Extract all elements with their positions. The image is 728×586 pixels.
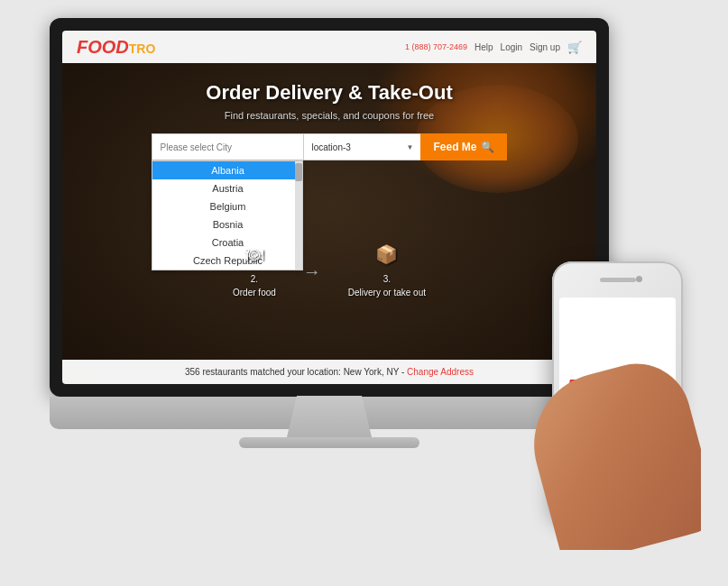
step-order: 🍽 2. Order food: [233, 238, 276, 298]
imac-base: [239, 437, 419, 448]
step-delivery-number: 3.: [383, 274, 391, 284]
phone-camera-icon: [636, 276, 642, 282]
location-select-wrapper: location-3 ▼: [303, 133, 420, 160]
nav-right: 1 (888) 707-2469 Help Login Sign up 🛒: [405, 41, 582, 54]
hand: [521, 325, 701, 550]
nav-login[interactable]: Login: [501, 42, 522, 52]
hero-title: Order Delivery & Take-Out: [77, 81, 582, 105]
step-delivery-label: Delivery or take out: [348, 288, 426, 298]
brand-logo: FOOD TRO: [77, 38, 155, 56]
dropdown-item-austria[interactable]: Austria: [152, 179, 302, 197]
logo-tro: TRO: [129, 42, 156, 55]
nav-help[interactable]: Help: [475, 42, 493, 52]
step-delivery-icon: 📦: [371, 238, 403, 270]
notification-text: 356 restaurants matched your location: N…: [185, 367, 407, 377]
step-order-icon: 🍽: [238, 238, 271, 270]
hero-section: Order Delivery & Take-Out Find restauran…: [62, 63, 596, 175]
dropdown-item-belgium[interactable]: Belgium: [152, 197, 302, 215]
city-dropdown-wrapper: Albania Austria Belgium Bosnia Croatia C…: [152, 133, 303, 160]
dropdown-item-bosnia[interactable]: Bosnia: [152, 215, 302, 233]
location-select[interactable]: location-3: [303, 133, 420, 160]
phone-speaker: [600, 278, 636, 282]
scene: FOOD TRO 1 (888) 707-2469 Help Login Sig…: [0, 0, 728, 586]
change-address-link[interactable]: Change Address: [407, 367, 474, 377]
logo-food: FOOD: [77, 38, 129, 56]
city-input[interactable]: [152, 133, 303, 160]
hand-shape: [521, 352, 701, 550]
nav-signup[interactable]: Sign up: [530, 42, 560, 52]
step-delivery: 📦 3. Delivery or take out: [348, 238, 426, 298]
search-container: Albania Austria Belgium Bosnia Croatia C…: [77, 133, 582, 160]
step-order-label: Order food: [233, 288, 276, 298]
step-order-number: 2.: [251, 274, 258, 284]
nav-phone: 1 (888) 707-2469: [405, 42, 467, 51]
notification-bar: 356 restaurants matched your location: N…: [62, 360, 596, 384]
step-arrow-1: →: [303, 238, 321, 298]
cart-icon[interactable]: 🛒: [567, 41, 582, 54]
feed-me-button[interactable]: Feed Me 🔍: [420, 133, 506, 160]
search-icon: 🔍: [481, 141, 494, 153]
scrollbar-thumb: [295, 163, 302, 181]
feed-me-label: Feed Me: [433, 141, 476, 153]
navbar: FOOD TRO 1 (888) 707-2469 Help Login Sig…: [62, 31, 596, 63]
steps-row: 🍽 2. Order food → 📦 3. Delivery or take …: [62, 238, 596, 298]
imac-screen: FOOD TRO 1 (888) 707-2469 Help Login Sig…: [62, 31, 596, 384]
hero-subtitle: Find restaurants, specials, and coupons …: [77, 110, 582, 121]
phone: FOOD TRO: [534, 261, 701, 550]
dropdown-item-albania[interactable]: Albania: [152, 161, 302, 179]
